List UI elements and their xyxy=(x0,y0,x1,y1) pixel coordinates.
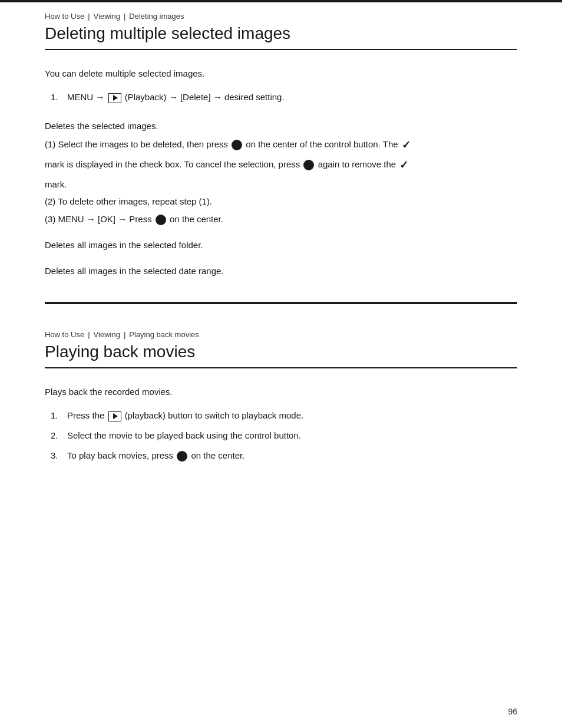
detail-p1b: mark is displayed in the check box. To c… xyxy=(45,156,517,174)
step-1-text: MENU → (Playback) → [Delete] → desired s… xyxy=(67,90,285,104)
breadcrumb-sep2: | xyxy=(124,12,125,21)
section2-header: How to Use | Viewing | Playing back movi… xyxy=(45,321,517,368)
detail-p2: (2) To delete other images, repeat step … xyxy=(45,194,517,209)
breadcrumb-sep1: | xyxy=(88,12,90,21)
section2-content: Plays back the recorded movies. 1. Press… xyxy=(45,385,517,463)
breadcrumb-part3: Deleting images xyxy=(129,12,184,21)
section1-header: How to Use | Viewing | Deleting images D… xyxy=(45,2,517,50)
circle-btn-3 xyxy=(156,215,166,225)
breadcrumb-1: How to Use | Viewing | Deleting images xyxy=(45,12,517,21)
folder-text: Deletes all images in the selected folde… xyxy=(45,238,517,252)
detail-block: Deletes the selected images. (1) Select … xyxy=(45,118,517,226)
breadcrumb2-part2: Viewing xyxy=(94,330,120,339)
breadcrumb2-sep1: | xyxy=(88,330,90,339)
step2-2: 2. Select the movie to be played back us… xyxy=(51,429,517,443)
checkmark-1: ✓ xyxy=(402,136,411,154)
breadcrumb2-part1: How to Use xyxy=(45,330,84,339)
step-1: 1. MENU → (Playback) → [Delete] → desire… xyxy=(51,90,517,104)
section1-steps: 1. MENU → (Playback) → [Delete] → desire… xyxy=(45,90,517,104)
step2-3-number: 3. xyxy=(51,449,62,463)
breadcrumb-part2: Viewing xyxy=(94,12,120,21)
detail-intro: Deletes the selected images. xyxy=(45,118,517,134)
section1-intro: You can delete multiple selected images. xyxy=(45,67,517,81)
step2-1: 1. Press the (playback) button to switch… xyxy=(51,409,517,423)
playback-icon-1 xyxy=(108,93,121,103)
breadcrumb-part1: How to Use xyxy=(45,12,84,21)
section2-steps: 1. Press the (playback) button to switch… xyxy=(45,409,517,463)
step2-1-number: 1. xyxy=(51,409,62,423)
step-1-number: 1. xyxy=(51,90,62,104)
detail-p1c: mark. xyxy=(45,177,517,192)
breadcrumb2-sep2: | xyxy=(124,330,125,339)
page-number: 96 xyxy=(508,707,517,716)
circle-btn-1 xyxy=(232,140,242,150)
step2-1-text: Press the (playback) button to switch to… xyxy=(67,409,303,423)
breadcrumb-2: How to Use | Viewing | Playing back movi… xyxy=(45,330,517,339)
date-text: Deletes all images in the selected date … xyxy=(45,264,517,278)
detail-p1: (1) Select the images to be deleted, the… xyxy=(45,136,517,154)
section1-title: Deleting multiple selected images xyxy=(45,24,517,43)
circle-btn-4 xyxy=(177,451,187,462)
section2-intro: Plays back the recorded movies. xyxy=(45,385,517,399)
detail-p3: (3) MENU → [OK] → Press on the center. xyxy=(45,212,517,227)
breadcrumb2-part3: Playing back movies xyxy=(129,330,199,339)
playback-icon-2 xyxy=(108,411,121,421)
step2-3: 3. To play back movies, press on the cen… xyxy=(51,449,517,463)
section2-title: Playing back movies xyxy=(45,342,517,361)
step2-2-number: 2. xyxy=(51,429,62,443)
step2-3-text: To play back movies, press on the center… xyxy=(67,449,244,463)
circle-btn-2 xyxy=(303,160,314,170)
section1-content: You can delete multiple selected images.… xyxy=(45,67,517,278)
checkmark-2: ✓ xyxy=(399,156,408,174)
step2-2-text: Select the movie to be played back using… xyxy=(67,429,301,443)
